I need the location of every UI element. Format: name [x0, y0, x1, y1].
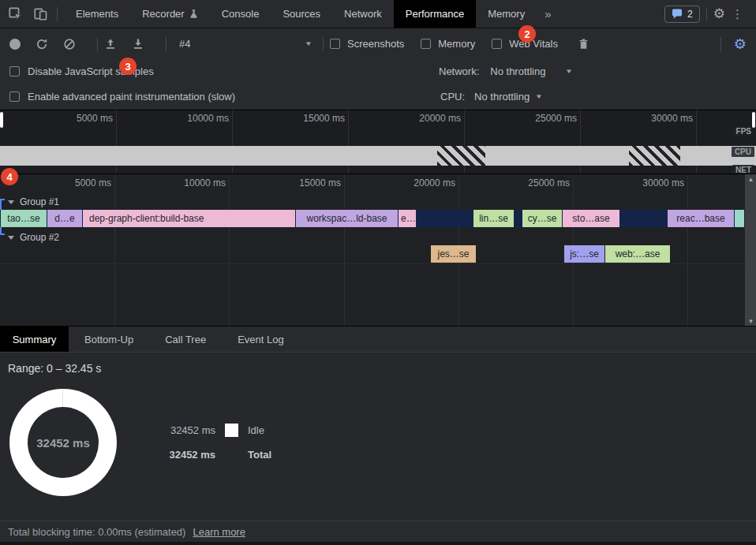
- disable-js-samples-checkbox[interactable]: [9, 66, 20, 77]
- tab-label: Recorder: [142, 8, 184, 20]
- donut-slice-divider: [62, 390, 63, 407]
- flame-bar[interactable]: jes…se: [431, 245, 476, 263]
- tab-label: Elements: [76, 8, 118, 20]
- tab-network[interactable]: Network: [332, 0, 394, 28]
- tab-console[interactable]: Console: [210, 0, 271, 28]
- issues-chat-button[interactable]: 2: [664, 6, 700, 23]
- group-label: Group #2: [20, 232, 59, 243]
- paint-instrumentation-checkbox[interactable]: [9, 91, 20, 102]
- divider: [323, 37, 324, 51]
- flame-tick: 20000 ms: [376, 177, 455, 189]
- summary-donut-chart: 32452 ms: [9, 389, 117, 496]
- tab-recorder[interactable]: Recorder: [130, 0, 209, 28]
- overview-left-handle[interactable]: [0, 112, 3, 128]
- memory-checkbox-group[interactable]: Memory: [421, 38, 475, 50]
- tab-label: Call Tree: [165, 334, 206, 345]
- status-bar: Total blocking time: 0.00ms (estimated) …: [0, 521, 756, 542]
- total-label: Total: [248, 449, 271, 461]
- tab-call-tree[interactable]: Call Tree: [149, 327, 222, 352]
- flame-bar[interactable]: workspac…ld-base: [296, 210, 398, 227]
- flame-bar[interactable]: e…: [399, 210, 416, 227]
- total-value: 32452 ms: [162, 449, 215, 461]
- flame-bar[interactable]: d…e: [47, 210, 82, 227]
- more-tabs-icon[interactable]: »: [537, 7, 559, 21]
- screenshots-label: Screenshots: [347, 38, 404, 50]
- donut-total-label: 32452 ms: [28, 407, 99, 478]
- cpu-activity-band: [0, 146, 756, 166]
- group-1-header[interactable]: Group #1: [8, 196, 59, 208]
- flame-bar[interactable]: cy…se: [522, 210, 562, 227]
- cpu-throttling-control[interactable]: CPU: No throttling ▼: [440, 91, 542, 103]
- trash-icon[interactable]: [578, 38, 589, 50]
- flame-bar[interactable]: lin…se: [473, 210, 514, 227]
- device-toolbar-icon[interactable]: [30, 4, 51, 24]
- learn-more-link[interactable]: Learn more: [193, 526, 245, 538]
- flame-chart[interactable]: 5000 ms 10000 ms 15000 ms 20000 ms 25000…: [0, 174, 756, 326]
- history-selected-value: #4: [179, 38, 190, 50]
- flame-bar[interactable]: tao…se: [1, 210, 47, 227]
- history-select[interactable]: #4 ▼: [173, 35, 316, 54]
- flame-bar[interactable]: [735, 210, 744, 227]
- divider: [97, 37, 98, 51]
- clear-icon[interactable]: [63, 38, 76, 50]
- flame-tick: 15000 ms: [262, 177, 341, 189]
- paint-instrumentation-row[interactable]: Enable advanced paint instrumentation (s…: [9, 91, 235, 103]
- settings-gear-icon[interactable]: ⚙: [713, 7, 725, 21]
- network-throttling-value[interactable]: No throttling: [490, 65, 545, 77]
- overview-right-handle[interactable]: [752, 112, 755, 128]
- timeline-overview[interactable]: 5000 ms 10000 ms 15000 ms 20000 ms 25000…: [0, 110, 756, 174]
- tab-label: Network: [344, 8, 382, 20]
- kebab-menu-icon[interactable]: ⋮: [725, 7, 750, 21]
- inspect-element-icon[interactable]: [5, 4, 25, 24]
- overview-tick: 20000 ms: [382, 113, 461, 124]
- network-throttling-control[interactable]: Network: No throttling ▼: [439, 65, 572, 77]
- range-label: Range: 0 – 32.45 s: [8, 362, 101, 375]
- flame-bar[interactable]: js:…se: [564, 245, 604, 263]
- cpu-throttling-label: CPU:: [440, 91, 465, 103]
- overview-tick: 25000 ms: [498, 113, 577, 124]
- scroll-up-icon[interactable]: ▲: [745, 176, 756, 183]
- flame-bar[interactable]: reac…base: [668, 210, 734, 227]
- flame-tick: 25000 ms: [491, 177, 570, 189]
- tab-sources[interactable]: Sources: [271, 0, 332, 28]
- badge-4: 4: [1, 168, 18, 185]
- screenshots-checkbox[interactable]: [330, 39, 340, 49]
- group-2-header[interactable]: Group #2: [8, 231, 59, 244]
- tab-memory[interactable]: Memory: [476, 0, 537, 28]
- flame-bar[interactable]: sto…ase: [563, 210, 619, 227]
- cpu-throttling-value[interactable]: No throttling: [474, 91, 530, 103]
- chevron-down-icon: ▼: [565, 68, 573, 75]
- devtools-window: Elements Recorder Console Sources Networ…: [0, 0, 756, 545]
- divider: [57, 7, 58, 21]
- flame-bar[interactable]: web:…ase: [605, 245, 670, 263]
- tab-event-log[interactable]: Event Log: [222, 327, 300, 352]
- issues-count: 2: [687, 9, 693, 20]
- memory-checkbox[interactable]: [421, 39, 431, 49]
- tab-performance[interactable]: Performance: [394, 0, 476, 28]
- scroll-down-icon[interactable]: ▼: [745, 318, 756, 325]
- tab-summary[interactable]: Summary: [0, 327, 69, 352]
- web-vitals-checkbox[interactable]: [492, 39, 502, 49]
- screenshots-checkbox-group[interactable]: Screenshots: [330, 38, 404, 50]
- reload-and-record-icon[interactable]: [36, 38, 48, 50]
- save-profile-icon[interactable]: [132, 38, 144, 50]
- group-2-track: jes…se js:…se web:…ase: [0, 245, 744, 263]
- overview-tick: 10000 ms: [150, 113, 229, 124]
- window-bottom-edge: [0, 542, 756, 545]
- flame-bar[interactable]: dep-graph-client:build-base: [83, 210, 295, 227]
- overview-tick: 15000 ms: [266, 113, 345, 124]
- badge-2: 2: [518, 25, 536, 43]
- idle-value: 32452 ms: [162, 424, 215, 436]
- tab-elements[interactable]: Elements: [64, 0, 130, 28]
- capture-settings-gear-icon[interactable]: ⚙: [734, 37, 747, 51]
- divider: [0, 263, 744, 264]
- vertical-scrollbar[interactable]: ▲ ▼: [744, 174, 756, 326]
- record-button[interactable]: [9, 39, 21, 50]
- load-profile-icon[interactable]: [104, 38, 117, 50]
- expand-arrow-icon: [8, 200, 14, 204]
- tab-label: Summary: [13, 334, 57, 345]
- tab-bottom-up[interactable]: Bottom-Up: [69, 327, 149, 352]
- fps-lane-label: FPS: [733, 126, 754, 136]
- experiment-flask-icon: [189, 9, 198, 19]
- flame-tick: 10000 ms: [147, 177, 226, 189]
